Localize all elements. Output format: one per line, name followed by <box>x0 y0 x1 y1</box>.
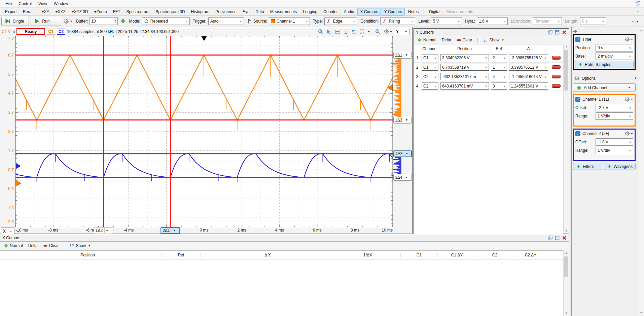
y-cursor-delta-field[interactable]: 1.245551601 V∨ <box>509 82 548 90</box>
track-cursor-icon[interactable] <box>326 29 332 34</box>
x-cursor-marker-2Δ1[interactable]: 2Δ1▼ <box>160 227 180 234</box>
x-cursor-marker-1Δ2[interactable]: 1Δ2▼ <box>94 227 113 234</box>
view-export[interactable]: Export <box>2 8 20 15</box>
delete-cursor-button[interactable] <box>552 84 561 88</box>
y-cursor-marker-3Δ4[interactable]: 3Δ4▼ <box>393 174 412 181</box>
scope-graph[interactable] <box>0 36 413 227</box>
channel1-badge[interactable]: C1 <box>47 29 55 35</box>
condition-select[interactable]: Rising∨ <box>380 17 415 25</box>
expand-icon[interactable]: » <box>12 29 15 34</box>
run-button[interactable]: Run <box>31 17 61 26</box>
plot-settings-icon[interactable]: ▼ <box>384 29 392 34</box>
view-logging[interactable]: Logging <box>300 8 320 15</box>
y-cursor-position-field[interactable]: 3.304982206 V∨ <box>440 54 489 61</box>
acquisition-gear-icon[interactable]: ▼ <box>64 19 72 24</box>
view-measurements[interactable]: Measurements <box>444 8 476 15</box>
channel2-offset-select[interactable]: -1.8 V∨ <box>596 138 633 146</box>
view-persistence[interactable]: Persistence <box>213 8 239 15</box>
horizontal-cursor-icon[interactable] <box>335 29 340 34</box>
y-clear-button[interactable]: Clear <box>455 37 474 43</box>
y-delta-button[interactable]: Delta <box>440 37 453 43</box>
y-cursor-marker-4Δ3[interactable]: 4Δ3▼ <box>393 150 412 157</box>
y-cursor-channel-select[interactable]: C2∨ <box>422 73 438 80</box>
view-digital[interactable]: Digital <box>426 8 443 15</box>
buffer-spin-arrows[interactable]: ▲▼ <box>114 19 116 23</box>
length-select[interactable]: 0 s∨ <box>580 17 606 25</box>
view-measurements[interactable]: Measurements <box>267 8 299 15</box>
x-cursors-scrollbar[interactable]: ▲▼ <box>563 250 569 316</box>
x-delta-button[interactable]: Delta <box>26 243 40 249</box>
single-button[interactable]: Single <box>1 17 29 26</box>
quick-measure-icon[interactable] <box>352 29 357 34</box>
menu-window[interactable]: Window <box>50 0 72 7</box>
vertical-cursor-icon[interactable] <box>343 29 349 34</box>
add-icon[interactable] <box>120 19 126 24</box>
view-x-cursors[interactable]: X Cursors <box>357 8 381 15</box>
trigger-select[interactable]: Auto∨ <box>208 17 244 25</box>
lcondition-select[interactable]: Timeout∨ <box>533 17 562 25</box>
view-rec-[interactable]: Rec. <box>20 8 34 15</box>
view-counter[interactable]: Counter <box>321 8 341 15</box>
buffer-input[interactable]: 10 ▲▼ <box>90 17 118 25</box>
toolbar-overflow-button[interactable]: ⋯ ▼ <box>630 19 639 24</box>
y-cursor-channel-select[interactable]: C2∨ <box>422 82 438 90</box>
rate-samples-button[interactable]: Rate, Samples... <box>575 61 634 68</box>
y-cursor-position-field[interactable]: 6.703558719 V∨ <box>440 64 489 71</box>
delete-cursor-button[interactable] <box>552 65 561 69</box>
time-base-select[interactable]: 2 ms/div∨ <box>596 52 633 60</box>
undock-icon[interactable] <box>547 30 553 35</box>
channel1-gear-icon[interactable]: ▼ <box>624 97 633 102</box>
view-data[interactable]: Data <box>253 8 267 15</box>
y-cursor-delta-field[interactable]: -1.2455516014 V∨ <box>509 73 548 80</box>
y-cursor-position-field[interactable]: 643.4163701 mV∨ <box>440 82 489 90</box>
y-cursor-ref-select[interactable]: 2∨ <box>491 54 507 61</box>
cursor-order-icon[interactable]: 1 23 4 <box>360 29 364 34</box>
zoom-in-icon[interactable] <box>318 29 323 34</box>
source-select[interactable]: Channel 1∨ <box>269 17 310 25</box>
view--xyz[interactable]: +XYZ <box>52 8 68 15</box>
y-cursor-delta-field[interactable]: 3.398576512 V∨ <box>509 64 548 71</box>
cursor-order-dropdown-icon[interactable]: ▼ <box>367 30 370 33</box>
channel2-range-select[interactable]: 1 V/div∨ <box>596 147 633 154</box>
view-spectrogram[interactable]: Spectrogram <box>123 8 152 15</box>
x-add-normal-button[interactable]: Normal <box>2 243 25 249</box>
window-cascade-icon[interactable] <box>635 1 641 7</box>
delete-cursor-button[interactable] <box>552 75 561 78</box>
add-channel-button[interactable]: Add Channel ▼ <box>573 83 636 92</box>
view-y-cursors[interactable]: Y Cursors <box>382 8 405 15</box>
type-select[interactable]: Edge∨ <box>324 17 357 25</box>
menu-control[interactable]: Control <box>15 0 35 7</box>
view-spectrogram-3d[interactable]: Spectrogram 3D <box>153 8 187 15</box>
view-notes[interactable]: Notes <box>405 8 421 15</box>
y-cursors-scrollbar[interactable]: ▲▼ <box>563 44 569 234</box>
wavegens-button[interactable]: Wavegens <box>604 163 636 170</box>
view--xy[interactable]: +XY <box>39 8 52 15</box>
view-audio[interactable]: Audio <box>341 8 357 15</box>
time-gear-icon[interactable]: ▼ <box>624 37 633 42</box>
x-show-button[interactable]: Show▼ <box>68 243 93 249</box>
undock-icon[interactable] <box>547 235 553 241</box>
time-checkbox[interactable]: ✓ <box>575 37 580 42</box>
delete-cursor-button[interactable] <box>552 56 561 60</box>
view-histogram[interactable]: Histogram <box>188 8 212 15</box>
view--zoom[interactable]: +Zoom <box>92 8 110 15</box>
channel2-badge[interactable]: C2 <box>57 29 65 35</box>
y-axis-select[interactable]: Y▼ <box>394 28 409 35</box>
zoom-options-icon[interactable] <box>375 29 381 34</box>
sidebar-scrollbar[interactable]: ▲▼ <box>638 27 644 316</box>
channel1-checkbox[interactable]: ✓ <box>575 97 580 102</box>
level-select[interactable]: 5 V∨ <box>431 17 462 25</box>
y-show-button[interactable]: Show▼ <box>481 37 506 43</box>
y-cursor-ref-select[interactable]: 4∨ <box>491 73 507 80</box>
y-cursor-marker-1Δ2[interactable]: 1Δ2▼ <box>393 117 412 124</box>
channel1-range-select[interactable]: 1 V/div∨ <box>596 112 633 120</box>
y-add-normal-button[interactable]: Normal <box>415 37 438 43</box>
maximize-icon[interactable] <box>554 235 560 241</box>
maximize-icon[interactable] <box>554 30 560 35</box>
y-cursor-ref-select[interactable]: 3∨ <box>491 82 507 90</box>
view--xyz-3d[interactable]: +XYZ 3D <box>69 8 91 15</box>
viewbar-minimize-icon[interactable]: – <box>637 9 639 13</box>
view-fft[interactable]: FFT <box>110 8 123 15</box>
y-cursor-marker-2Δ1[interactable]: 2Δ1▼ <box>393 52 412 59</box>
menu-view[interactable]: View <box>35 0 50 7</box>
